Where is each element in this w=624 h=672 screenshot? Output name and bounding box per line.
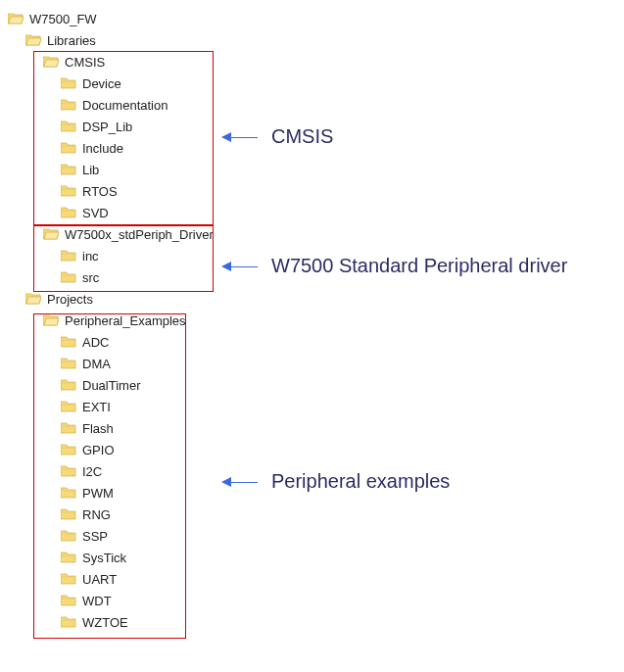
folder-example-dma-label: DMA [82,357,111,371]
folder-example-pwm-label: PWM [82,486,114,501]
folder-closed-icon [61,378,76,392]
folder-example-wztoe[interactable]: WZTOE [8,611,616,633]
folder-closed-icon [61,529,76,543]
folder-closed-icon [61,421,76,435]
folder-open-icon [25,33,41,47]
folder-example-ssp[interactable]: SSP [8,525,616,547]
folder-example-gpio-label: GPIO [82,443,115,457]
folder-closed-icon [61,615,76,629]
folder-closed-icon [61,400,76,413]
folder-cmsis-include-label: Include [82,141,123,156]
folder-closed-icon [61,120,76,133]
folder-example-uart[interactable]: UART [8,568,616,590]
folder-cmsis[interactable]: CMSIS [8,51,616,72]
folder-stdperiph-label: W7500x_stdPeriph_Driver [65,227,214,242]
folder-example-rng-label: RNG [82,507,111,522]
folder-closed-icon [61,572,76,586]
folder-closed-icon [61,357,76,370]
folder-w7500-fw[interactable]: W7500_FW [8,8,616,29]
folder-open-icon [25,292,41,306]
folder-cmsis-rtos-label: RTOS [82,184,118,199]
folder-example-gpio[interactable]: GPIO [8,439,616,460]
annotation-cmsis: CMSIS [221,123,333,149]
folder-peripheral-examples[interactable]: Peripheral_Examples [8,310,616,331]
folder-example-wztoe-label: WZTOE [82,615,128,630]
folder-example-adc-label: ADC [82,335,109,350]
folder-tree: CMSIS W7500 Standard Peripheral driver P… [8,8,616,633]
folder-example-exti[interactable]: EXTI [8,396,616,417]
folder-cmsis-lib[interactable]: Lib [8,159,616,180]
folder-cmsis-device[interactable]: Device [8,72,616,94]
folder-closed-icon [61,443,76,456]
folder-example-flash[interactable]: Flash [8,417,616,439]
folder-closed-icon [61,184,76,198]
folder-cmsis-svd-label: SVD [82,206,109,220]
folder-open-icon [8,12,24,25]
arrow-left-icon [221,123,258,149]
folder-example-wdt[interactable]: WDT [8,590,616,611]
folder-example-exti-label: EXTI [82,400,111,414]
folder-example-flash-label: Flash [82,421,114,436]
folder-stdperiph-src-label: src [82,270,99,285]
folder-example-dualtimer-label: DualTimer [82,378,140,393]
annotation-stdperiph: W7500 Standard Peripheral driver [221,253,567,278]
folder-libraries-label: Libraries [47,33,96,48]
annotation-stdperiph-label: W7500 Standard Peripheral driver [271,255,567,277]
folder-cmsis-device-label: Device [82,76,121,91]
folder-example-ssp-label: SSP [82,529,108,544]
annotation-cmsis-label: CMSIS [271,125,333,148]
folder-example-uart-label: UART [82,572,117,587]
folder-example-systick[interactable]: SysTick [8,547,616,568]
folder-closed-icon [61,486,76,500]
folder-closed-icon [61,594,76,607]
folder-closed-icon [61,507,76,521]
folder-example-systick-label: SysTick [82,551,126,565]
folder-open-icon [43,313,59,327]
folder-peripheral-examples-label: Peripheral_Examples [65,313,186,328]
folder-example-i2c-label: I2C [82,464,102,479]
folder-example-dualtimer[interactable]: DualTimer [8,374,616,396]
annotation-peripheral-examples: Peripheral examples [221,468,450,494]
folder-cmsis-dsp-lib-label: DSP_Lib [82,120,132,134]
folder-closed-icon [61,163,76,176]
folder-closed-icon [61,270,76,284]
folder-open-icon [43,227,59,241]
folder-cmsis-lib-label: Lib [82,163,99,177]
folder-closed-icon [61,551,76,564]
folder-cmsis-label: CMSIS [65,55,105,70]
folder-example-wdt-label: WDT [82,594,112,608]
folder-w7500-fw-label: W7500_FW [29,12,97,26]
folder-projects-label: Projects [47,292,93,307]
folder-example-rng[interactable]: RNG [8,504,616,525]
arrow-left-icon [221,253,258,278]
folder-example-adc[interactable]: ADC [8,331,616,353]
folder-projects[interactable]: Projects [8,288,616,310]
folder-open-icon [43,55,59,69]
folder-cmsis-rtos[interactable]: RTOS [8,180,616,202]
folder-example-dma[interactable]: DMA [8,353,616,374]
folder-closed-icon [61,141,76,155]
folder-closed-icon [61,249,76,263]
annotation-peripheral-examples-label: Peripheral examples [271,470,450,493]
folder-stdperiph-inc-label: inc [82,249,99,264]
arrow-left-icon [221,468,258,494]
folder-cmsis-documentation-label: Documentation [82,98,168,113]
folder-stdperiph[interactable]: W7500x_stdPeriph_Driver [8,223,616,245]
folder-closed-icon [61,98,76,112]
folder-cmsis-documentation[interactable]: Documentation [8,94,616,116]
folder-libraries[interactable]: Libraries [8,29,616,51]
folder-cmsis-svd[interactable]: SVD [8,202,616,223]
folder-closed-icon [61,206,76,219]
folder-closed-icon [61,335,76,349]
folder-closed-icon [61,464,76,478]
folder-closed-icon [61,76,76,90]
